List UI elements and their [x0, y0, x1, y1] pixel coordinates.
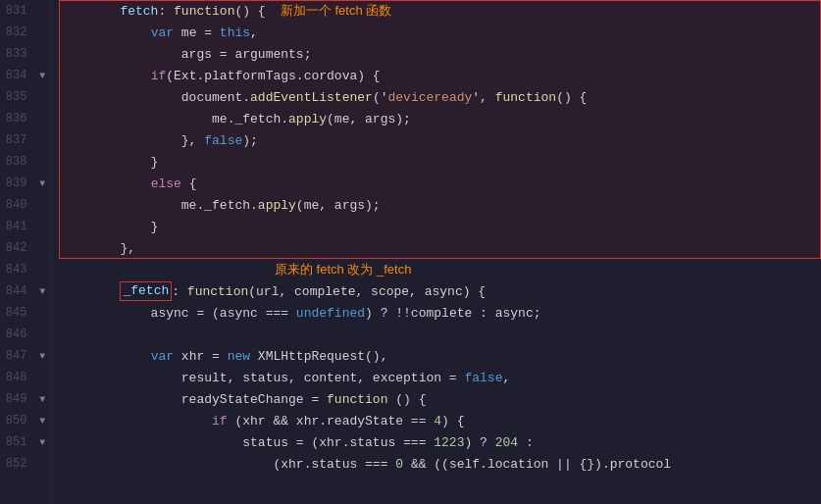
- fold-icon[interactable]: ▼: [34, 71, 50, 81]
- line-number: 844: [0, 284, 34, 298]
- line-number: 851: [0, 435, 34, 449]
- code-line: if (xhr && xhr.readyState == 4) {: [59, 410, 821, 431]
- token: result, status, content, exception =: [59, 371, 464, 385]
- token: me._fetch.: [59, 198, 258, 213]
- token: XMLHttpRequest(),: [250, 349, 387, 364]
- token: var: [151, 25, 174, 40]
- token: new: [228, 349, 250, 364]
- token: :: [158, 4, 174, 19]
- token: var: [151, 349, 174, 364]
- fold-icon[interactable]: ▼: [34, 416, 50, 427]
- token: (Ext.platformTags.cordova) {: [166, 69, 380, 83]
- token: _fetch: [120, 281, 172, 301]
- line-number: 840: [0, 198, 34, 212]
- gutter-row: 831: [0, 0, 50, 22]
- line-number: 849: [0, 392, 34, 406]
- token: me._fetch.: [59, 112, 288, 126]
- token: function: [495, 90, 556, 105]
- code-line: readyStateChange = function () {: [59, 388, 821, 410]
- code-editor: 831832833834▼835836837838839▼84084184284…: [0, 0, 821, 504]
- token: ,: [250, 25, 258, 40]
- gutter-row: 852: [0, 453, 50, 475]
- token: (url, complete, scope, async) {: [248, 284, 486, 299]
- code-line: }: [59, 216, 821, 237]
- line-number: 846: [0, 328, 34, 341]
- token: xhr =: [174, 349, 228, 364]
- gutter-row: 840: [0, 194, 50, 216]
- token: false: [464, 371, 502, 385]
- line-number: 831: [0, 4, 34, 18]
- code-line: result, status, content, exception = fal…: [59, 367, 821, 388]
- gutter-row: 836: [0, 108, 50, 129]
- token: function: [187, 284, 248, 299]
- token: (me, args);: [296, 198, 381, 213]
- gutter-row: 832: [0, 22, 50, 43]
- token: apply: [258, 198, 296, 213]
- token: },: [59, 241, 135, 256]
- token: [59, 349, 151, 364]
- token: 新加一个 fetch 函数: [274, 2, 392, 20]
- token: ) ?: [464, 435, 494, 450]
- token: () {: [387, 392, 426, 407]
- token: ',: [472, 90, 494, 105]
- code-line: me._fetch.apply(me, args);: [59, 194, 821, 216]
- token: status = (xhr.status ===: [59, 435, 434, 450]
- token: fetch: [59, 4, 158, 19]
- token: (xhr.status ===: [59, 457, 395, 472]
- gutter-row: 850▼: [0, 410, 50, 431]
- token: ) {: [441, 414, 464, 428]
- token: document.: [59, 90, 250, 105]
- token: {: [181, 176, 197, 191]
- fold-icon[interactable]: ▼: [34, 286, 50, 297]
- token: undefined: [296, 306, 365, 321]
- line-number: 847: [0, 349, 34, 363]
- token: () {: [556, 90, 587, 105]
- gutter-row: 847▼: [0, 345, 50, 367]
- line-number: 833: [0, 47, 34, 61]
- line-number: 839: [0, 176, 34, 190]
- fold-icon[interactable]: ▼: [34, 437, 50, 448]
- token: this: [220, 25, 250, 40]
- token: (xhr && xhr.readyState ==: [228, 414, 435, 428]
- code-line: var xhr = new XMLHttpRequest(),: [59, 345, 821, 367]
- line-number: 832: [0, 25, 34, 39]
- gutter-row: 837: [0, 129, 50, 151]
- token: [59, 69, 151, 83]
- code-line: me._fetch.apply(me, args);: [59, 108, 821, 129]
- code-line: fetch: function() { 新加一个 fetch 函数: [59, 0, 821, 22]
- gutter-row: 839▼: [0, 173, 50, 194]
- token: :: [518, 435, 534, 450]
- token: args = arguments;: [59, 47, 311, 62]
- code-line: if(Ext.platformTags.cordova) {: [59, 65, 821, 86]
- code-line: 原来的 fetch 改为 _fetch: [59, 259, 821, 280]
- code-line: async = (async === undefined) ? !!comple…: [59, 302, 821, 324]
- fold-icon[interactable]: ▼: [34, 394, 50, 405]
- token: async = (async ===: [59, 306, 296, 321]
- token: (': [373, 90, 388, 105]
- fold-icon[interactable]: ▼: [34, 351, 50, 362]
- gutter-row: 851▼: [0, 431, 50, 453]
- token: :: [172, 284, 187, 299]
- fold-icon[interactable]: ▼: [34, 178, 50, 189]
- gutter-row: 845: [0, 302, 50, 324]
- token: [59, 176, 151, 191]
- line-number: 843: [0, 263, 34, 277]
- token: }: [59, 220, 158, 234]
- token: },: [59, 133, 204, 148]
- code-line: document.addEventListener('deviceready',…: [59, 86, 821, 108]
- gutter-row: 835: [0, 86, 50, 108]
- gutter-row: 838: [0, 151, 50, 173]
- token: [59, 25, 151, 40]
- token: [59, 284, 120, 299]
- token: apply: [288, 112, 327, 126]
- gutter-row: 846: [0, 324, 50, 345]
- code-line: (xhr.status === 0 && ((self.location || …: [59, 453, 821, 475]
- line-number: 834: [0, 69, 34, 82]
- code-line: var me = this,: [59, 22, 821, 43]
- token: }: [59, 155, 158, 170]
- token: if: [212, 414, 228, 428]
- code-line: status = (xhr.status === 1223) ? 204 :: [59, 431, 821, 453]
- token: [59, 414, 212, 428]
- gutter-row: 841: [0, 216, 50, 237]
- code-line: },: [59, 237, 821, 259]
